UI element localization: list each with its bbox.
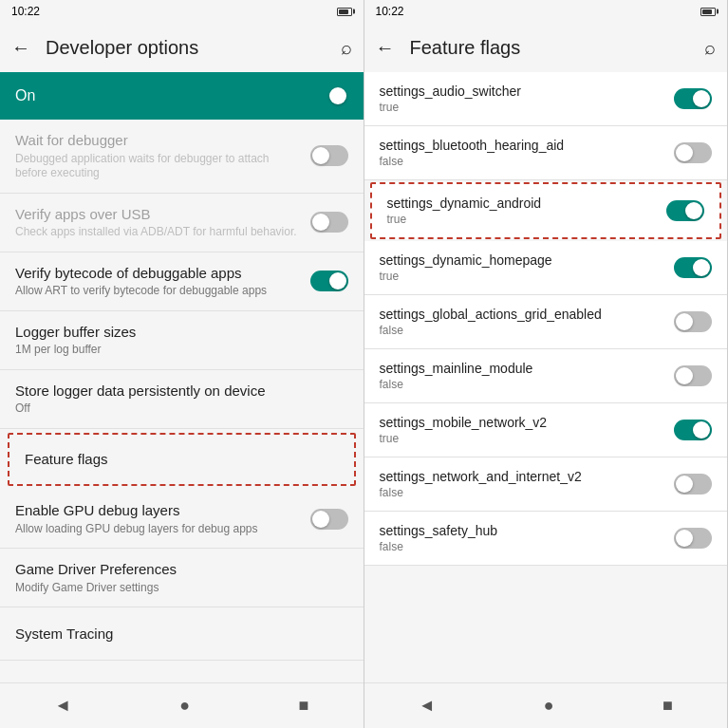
toggle-safety-hub[interactable] bbox=[674, 528, 712, 549]
toggle-gpu-debug[interactable] bbox=[310, 509, 348, 530]
flag-text-mobile-network: settings_mobile_network_v2 true bbox=[380, 415, 663, 445]
setting-title-gpu-debug: Enable GPU debug layers bbox=[15, 501, 299, 520]
setting-subtitle-verify-bytecode: Allow ART to verify bytecode for debugga… bbox=[15, 284, 299, 299]
flag-row-mobile-network[interactable]: settings_mobile_network_v2 true bbox=[364, 403, 728, 457]
flags-list: settings_audio_switcher true settings_bl… bbox=[364, 72, 728, 682]
toggle-thumb-2 bbox=[329, 272, 346, 289]
nav-back-right[interactable]: ◄ bbox=[419, 696, 436, 716]
page-title-left: Developer options bbox=[46, 37, 341, 59]
battery-icon-right bbox=[700, 8, 716, 16]
toggle-wait-debugger[interactable] bbox=[310, 145, 348, 166]
page-title-right: Feature flags bbox=[410, 37, 705, 59]
setting-row-store-logger[interactable]: Store logger data persistently on device… bbox=[0, 370, 364, 429]
toggle-network-internet[interactable] bbox=[674, 474, 712, 495]
flag-value-mobile-network: true bbox=[380, 432, 663, 445]
flag-row-safety-hub[interactable]: settings_safety_hub false bbox=[364, 512, 728, 566]
setting-title-feature-flags: Feature flags bbox=[25, 450, 339, 469]
nav-home-right[interactable]: ● bbox=[544, 696, 554, 716]
nav-home-left[interactable]: ● bbox=[179, 696, 190, 716]
settings-list-left: On Wait for debugger Debugged applicatio… bbox=[0, 72, 364, 682]
flag-text-dynamic-android: settings_dynamic_android true bbox=[387, 196, 656, 226]
flag-row-bluetooth-hearing[interactable]: settings_bluetooth_hearing_aid false bbox=[364, 126, 728, 180]
flag-text-dynamic-homepage: settings_dynamic_homepage true bbox=[380, 252, 663, 283]
flag-value-dynamic-android: true bbox=[387, 213, 656, 226]
setting-row-verify-apps[interactable]: Verify apps over USB Check apps installe… bbox=[0, 194, 364, 252]
toggle-bluetooth-hearing[interactable] bbox=[674, 142, 712, 163]
flag-text-bluetooth-hearing: settings_bluetooth_hearing_aid false bbox=[380, 138, 663, 168]
toolbar-right: ← Feature flags ⌕ bbox=[364, 23, 728, 72]
toggle-audio-switcher[interactable] bbox=[674, 88, 712, 109]
flag-value-audio-switcher: true bbox=[380, 101, 663, 114]
setting-text-system-tracing: System Tracing bbox=[15, 625, 348, 644]
flag-text-audio-switcher: settings_audio_switcher true bbox=[380, 84, 663, 114]
toggle-mobile-network[interactable] bbox=[674, 420, 712, 440]
toggle-verify-bytecode[interactable] bbox=[310, 271, 348, 291]
search-icon-right[interactable]: ⌕ bbox=[704, 37, 716, 59]
flag-name-global-actions: settings_global_actions_grid_enabled bbox=[380, 307, 663, 322]
back-button-left[interactable]: ← bbox=[11, 37, 30, 59]
setting-subtitle-logger-buffer: 1M per log buffer bbox=[15, 343, 348, 358]
flag-row-dynamic-homepage[interactable]: settings_dynamic_homepage true bbox=[364, 241, 728, 295]
setting-subtitle-verify-apps: Check apps installed via ADB/ADT for har… bbox=[15, 225, 299, 240]
setting-row-feature-flags[interactable]: Feature flags bbox=[8, 433, 356, 486]
flag-name-network-internet: settings_network_and_internet_v2 bbox=[380, 469, 663, 484]
setting-title-system-tracing: System Tracing bbox=[15, 625, 348, 644]
setting-row-system-tracing[interactable]: System Tracing bbox=[0, 607, 364, 661]
toggle-thumb-1 bbox=[312, 214, 329, 231]
setting-row-wait-debugger[interactable]: Wait for debugger Debugged application w… bbox=[0, 120, 364, 194]
on-label: On bbox=[15, 87, 299, 104]
flag-row-network-internet[interactable]: settings_network_and_internet_v2 false bbox=[364, 457, 728, 512]
setting-text-gpu-debug: Enable GPU debug layers Allow loading GP… bbox=[15, 501, 299, 536]
toggle-global-actions[interactable] bbox=[674, 311, 712, 332]
flag-row-global-actions[interactable]: settings_global_actions_grid_enabled fal… bbox=[364, 295, 728, 349]
flag-row-dynamic-android[interactable]: settings_dynamic_android true bbox=[370, 182, 722, 239]
nav-recent-left[interactable]: ■ bbox=[298, 696, 308, 716]
flag-row-audio-switcher[interactable]: settings_audio_switcher true bbox=[364, 72, 728, 126]
flag-value-global-actions: false bbox=[380, 324, 663, 337]
nav-back-left[interactable]: ◄ bbox=[54, 696, 71, 716]
setting-row-logger-buffer[interactable]: Logger buffer sizes 1M per log buffer bbox=[0, 311, 364, 370]
flag-value-mainline-module: false bbox=[380, 378, 663, 391]
back-button-right[interactable]: ← bbox=[376, 37, 395, 59]
search-icon-left[interactable]: ⌕ bbox=[341, 37, 352, 59]
setting-text-verify-apps: Verify apps over USB Check apps installe… bbox=[15, 205, 299, 240]
toggle-thumb-6 bbox=[312, 511, 329, 528]
on-row[interactable]: On bbox=[0, 72, 364, 120]
flag-name-dynamic-android: settings_dynamic_android bbox=[387, 196, 656, 211]
flag-name-safety-hub: settings_safety_hub bbox=[380, 523, 663, 538]
toolbar-left: ← Developer options ⌕ bbox=[0, 23, 364, 72]
setting-subtitle-store-logger: Off bbox=[15, 401, 348, 417]
setting-text-game-driver: Game Driver Preferences Modify Game Driv… bbox=[15, 560, 348, 595]
flag-text-network-internet: settings_network_and_internet_v2 false bbox=[380, 469, 663, 499]
toggle-thumb-0 bbox=[312, 147, 329, 164]
flag-value-safety-hub: false bbox=[380, 540, 663, 553]
flag-value-dynamic-homepage: true bbox=[380, 270, 663, 283]
flag-name-audio-switcher: settings_audio_switcher bbox=[380, 84, 663, 99]
setting-title-game-driver: Game Driver Preferences bbox=[15, 560, 348, 579]
flag-row-mainline-module[interactable]: settings_mainline_module false bbox=[364, 349, 728, 403]
toggle-dynamic-android[interactable] bbox=[666, 200, 704, 221]
setting-row-gpu-debug[interactable]: Enable GPU debug layers Allow loading GP… bbox=[0, 490, 364, 549]
time-right: 10:22 bbox=[376, 5, 404, 18]
nav-recent-right[interactable]: ■ bbox=[663, 696, 673, 716]
feature-flags-screen: 10:22 ← Feature flags ⌕ settings_audio_s… bbox=[364, 0, 729, 728]
flag-value-network-internet: false bbox=[380, 486, 663, 499]
status-bar-left: 10:22 bbox=[0, 0, 364, 23]
flag-name-bluetooth-hearing: settings_bluetooth_hearing_aid bbox=[380, 138, 663, 153]
on-toggle[interactable] bbox=[310, 85, 348, 106]
setting-title-verify-bytecode: Verify bytecode of debuggable apps bbox=[15, 264, 299, 283]
toggle-mainline-module[interactable] bbox=[674, 365, 712, 386]
setting-text-store-logger: Store logger data persistently on device… bbox=[15, 382, 348, 417]
flag-name-mainline-module: settings_mainline_module bbox=[380, 361, 663, 376]
nav-bar-right: ◄ ● ■ bbox=[364, 682, 728, 728]
flag-name-dynamic-homepage: settings_dynamic_homepage bbox=[380, 252, 663, 268]
toggle-verify-apps[interactable] bbox=[310, 212, 348, 233]
flag-value-bluetooth-hearing: false bbox=[380, 155, 663, 168]
status-bar-right: 10:22 bbox=[364, 0, 728, 23]
setting-title-logger-buffer: Logger buffer sizes bbox=[15, 323, 348, 342]
toggle-dynamic-homepage[interactable] bbox=[674, 257, 712, 278]
setting-subtitle-wait-debugger: Debugged application waits for debugger … bbox=[15, 152, 299, 181]
setting-row-game-driver[interactable]: Game Driver Preferences Modify Game Driv… bbox=[0, 549, 364, 607]
setting-row-verify-bytecode[interactable]: Verify bytecode of debuggable apps Allow… bbox=[0, 252, 364, 311]
setting-text-wait-debugger: Wait for debugger Debugged application w… bbox=[15, 131, 299, 181]
